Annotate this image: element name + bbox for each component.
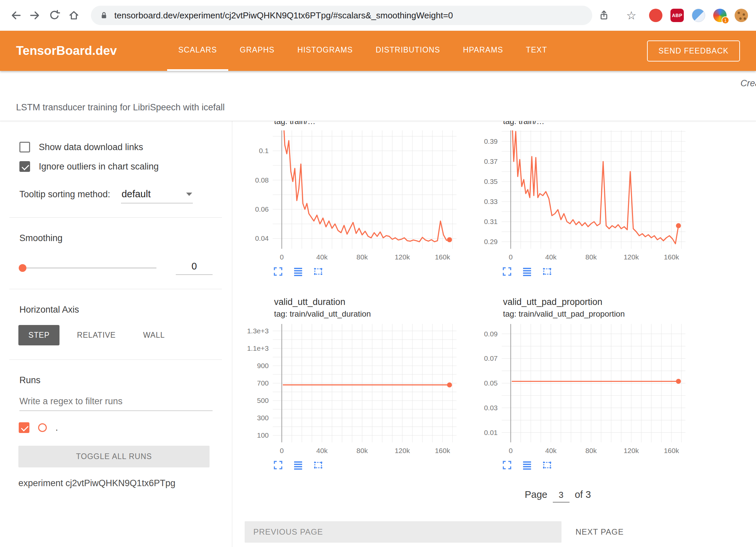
- tab-histograms[interactable]: HISTOGRAMS: [286, 31, 364, 71]
- experiment-title: LSTM transducer training for LibriSpeech…: [16, 102, 225, 113]
- run-row: .: [19, 422, 232, 433]
- svg-text:100: 100: [257, 431, 269, 439]
- tab-text[interactable]: TEXT: [515, 31, 559, 71]
- chart-tag: tag: train/valid_utt_duration: [274, 309, 461, 319]
- svg-text:0.09: 0.09: [484, 330, 498, 338]
- show-download-links-label: Show data download links: [39, 142, 143, 152]
- svg-text:0.37: 0.37: [484, 157, 498, 165]
- avatar-badge: 1: [722, 16, 729, 24]
- svg-text:160k: 160k: [664, 253, 679, 261]
- svg-text:40k: 40k: [316, 447, 328, 454]
- profile-avatar[interactable]: 1: [713, 9, 727, 22]
- share-button[interactable]: [594, 6, 614, 25]
- fit-domain-button[interactable]: [542, 266, 552, 277]
- app-header: TensorBoard.dev SCALARS GRAPHS HISTOGRAM…: [0, 31, 756, 71]
- toggle-all-runs-button[interactable]: TOGGLE ALL RUNS: [18, 446, 210, 467]
- reload-button[interactable]: [45, 6, 64, 25]
- ignore-outliers-checkbox[interactable]: [19, 161, 30, 172]
- svg-text:0: 0: [280, 253, 284, 261]
- svg-text:80k: 80k: [586, 447, 597, 454]
- fit-domain-button[interactable]: [542, 460, 552, 470]
- svg-text:0.01: 0.01: [484, 429, 498, 436]
- run-color-swatch-icon: [38, 423, 47, 432]
- chart-card-train-loss-2: tag: train/… 040k80k120k160k0.290.310.33…: [470, 121, 690, 287]
- chart-canvas[interactable]: 040k80k120k160k0.010.030.050.070.09: [470, 321, 690, 457]
- expand-icon: [502, 266, 512, 277]
- tooltip-sorting-value: default: [122, 189, 151, 199]
- svg-text:0.08: 0.08: [255, 176, 269, 184]
- smoothing-value-input[interactable]: 0: [176, 261, 213, 275]
- chart-tag-clipped: tag: train/…: [503, 121, 690, 126]
- fit-domain-button[interactable]: [313, 460, 324, 470]
- back-button[interactable]: [6, 6, 25, 25]
- lock-icon[interactable]: [99, 10, 109, 20]
- svg-text:120k: 120k: [624, 447, 639, 454]
- chart-card-valid-utt-pad-proportion: valid_utt_pad_proportion tag: train/vali…: [470, 287, 690, 480]
- home-icon: [68, 9, 80, 21]
- app-logo[interactable]: TensorBoard.dev: [16, 44, 117, 58]
- view-data-button[interactable]: [293, 266, 303, 277]
- chart-canvas[interactable]: 040k80k120k160k0.040.060.080.1: [241, 127, 461, 263]
- expand-chart-button[interactable]: [502, 460, 512, 470]
- view-data-button[interactable]: [522, 266, 532, 277]
- run-checkbox[interactable]: [19, 422, 29, 433]
- tab-hparams[interactable]: HPARAMS: [452, 31, 514, 71]
- axis-relative-button[interactable]: RELATIVE: [67, 325, 126, 345]
- cookie-icon[interactable]: [735, 9, 748, 22]
- previous-page-button[interactable]: PREVIOUS PAGE: [245, 521, 561, 543]
- divider: [9, 217, 222, 218]
- view-data-button[interactable]: [522, 460, 532, 470]
- svg-text:0.05: 0.05: [484, 379, 498, 387]
- data-lines-icon: [293, 460, 303, 470]
- svg-text:0: 0: [509, 253, 513, 261]
- page-of-label: of 3: [575, 489, 591, 500]
- send-feedback-button[interactable]: SEND FEEDBACK: [647, 40, 740, 62]
- address-bar[interactable]: tensorboard.dev/experiment/cj2vtPiwQHKN9…: [91, 6, 592, 25]
- bookmark-button[interactable]: ☆: [622, 6, 641, 25]
- svg-text:0.29: 0.29: [484, 238, 498, 245]
- runs-filter-input[interactable]: [19, 396, 213, 411]
- chart-tag-clipped: tag: train/…: [274, 121, 461, 126]
- chart-card-train-loss-1: tag: train/… 040k80k120k160k0.040.060.08…: [241, 121, 461, 287]
- extension-icon-blue[interactable]: [692, 9, 705, 22]
- svg-text:700: 700: [257, 379, 269, 387]
- axis-wall-button[interactable]: WALL: [133, 325, 175, 345]
- svg-text:0.31: 0.31: [484, 218, 498, 225]
- smoothing-slider-thumb[interactable]: [19, 264, 26, 272]
- adblock-extension-icon[interactable]: [649, 9, 662, 22]
- svg-text:40k: 40k: [545, 447, 556, 454]
- chevron-down-icon: [186, 193, 192, 196]
- chart-canvas[interactable]: 040k80k120k160k1003005007009001.1e+31.3e…: [241, 321, 461, 457]
- axis-step-button[interactable]: STEP: [18, 325, 59, 345]
- smoothing-slider[interactable]: [20, 267, 156, 268]
- tooltip-sorting-dropdown[interactable]: default: [121, 189, 193, 203]
- runs-label: Runs: [19, 375, 232, 386]
- svg-text:0.07: 0.07: [484, 354, 498, 362]
- home-button[interactable]: [64, 6, 84, 25]
- page-number-input[interactable]: [553, 490, 570, 503]
- svg-text:80k: 80k: [357, 447, 368, 454]
- expand-chart-button[interactable]: [502, 266, 512, 277]
- page-label: Page: [525, 489, 547, 500]
- svg-text:40k: 40k: [316, 253, 328, 261]
- expand-icon: [502, 460, 512, 470]
- fit-domain-button[interactable]: [313, 266, 324, 277]
- chart-canvas[interactable]: 040k80k120k160k0.290.310.330.350.370.39: [470, 127, 690, 263]
- svg-text:0.06: 0.06: [255, 205, 269, 213]
- share-icon: [598, 10, 610, 21]
- run-name: .: [55, 423, 58, 433]
- next-page-button[interactable]: NEXT PAGE: [576, 527, 624, 537]
- forward-button[interactable]: [25, 6, 45, 25]
- browser-toolbar: tensorboard.dev/experiment/cj2vtPiwQHKN9…: [0, 0, 756, 31]
- tab-scalars[interactable]: SCALARS: [167, 31, 229, 71]
- expand-chart-button[interactable]: [273, 460, 283, 470]
- experiment-id-text: experiment cj2vtPiwQHKN9Q1tx6PTpg: [18, 478, 232, 488]
- show-download-links-checkbox[interactable]: [19, 142, 30, 152]
- expand-chart-button[interactable]: [273, 266, 283, 277]
- abp-extension-icon[interactable]: ABP: [670, 9, 684, 22]
- tab-distributions[interactable]: DISTRIBUTIONS: [364, 31, 452, 71]
- divider: [9, 359, 222, 360]
- view-data-button[interactable]: [293, 460, 303, 470]
- divider: [9, 289, 222, 289]
- tab-graphs[interactable]: GRAPHS: [228, 31, 286, 71]
